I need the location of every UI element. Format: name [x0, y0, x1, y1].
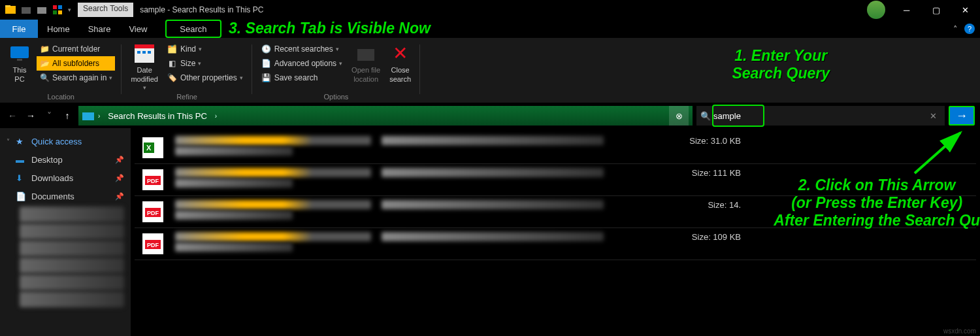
- svg-rect-8: [10, 46, 29, 58]
- folder-icon: [82, 110, 94, 121]
- result-item[interactable]: PDF Size: 111 KB: [135, 164, 976, 196]
- results-pane: X Size: 31.0 KB PDF Size: 111 KB PDF Siz…: [131, 128, 980, 336]
- label: Kind: [180, 44, 196, 54]
- close-window-button[interactable]: ✕: [951, 0, 980, 20]
- ribbon-group-refine: Date modified▾ 🗂️Kind ◧Size 🏷️Other prop…: [122, 42, 252, 103]
- forward-button[interactable]: →: [24, 110, 38, 121]
- save-search-button[interactable]: 💾Save search: [259, 71, 345, 85]
- sidebar-item-blurred[interactable]: [20, 258, 124, 273]
- svg-rect-9: [17, 59, 22, 61]
- close-search-button[interactable]: ✕ Close search: [387, 42, 414, 86]
- file-size: Size: 111 KB: [692, 168, 970, 178]
- result-item[interactable]: PDF Size: 109 KB: [135, 228, 976, 260]
- sidebar-item-blurred[interactable]: [20, 292, 124, 307]
- svg-rect-3: [37, 7, 46, 14]
- maximize-button[interactable]: ▢: [921, 0, 951, 20]
- chevron-right-icon[interactable]: ›: [98, 112, 100, 120]
- sidebar-downloads[interactable]: ⬇Downloads📌: [0, 169, 131, 187]
- document-icon: 📄: [16, 192, 27, 201]
- search-go-button[interactable]: →: [949, 106, 975, 126]
- help-icon[interactable]: ?: [964, 24, 975, 34]
- search-input[interactable]: [713, 111, 792, 121]
- label: Advanced options: [274, 59, 336, 68]
- navigation-pane: ˅★Quick access ▬Desktop📌 ⬇Downloads📌 📄Do…: [0, 128, 131, 336]
- file-menu[interactable]: File: [0, 20, 38, 38]
- user-avatar[interactable]: [867, 1, 885, 19]
- label: Quick access: [31, 137, 82, 146]
- close-x-icon: ✕: [390, 43, 411, 64]
- sidebar-item-blurred[interactable]: [20, 241, 124, 256]
- label: Downloads: [31, 173, 73, 183]
- share-tab[interactable]: Share: [79, 20, 120, 38]
- label: Documents: [31, 192, 74, 201]
- label: Close search: [389, 65, 411, 84]
- group-label: Refine: [176, 93, 197, 103]
- window-title: sample - Search Results in This PC: [133, 5, 263, 14]
- explorer-icon: [5, 5, 16, 15]
- tag-icon: 🏷️: [167, 73, 178, 83]
- search-icon: 🔍: [700, 111, 711, 121]
- back-button[interactable]: ←: [5, 110, 20, 121]
- folder-icon[interactable]: [21, 5, 31, 15]
- open-file-location-button[interactable]: Open file location: [349, 42, 383, 86]
- kind-button[interactable]: 🗂️Kind: [165, 42, 246, 56]
- sidebar-desktop[interactable]: ▬Desktop📌: [0, 150, 131, 169]
- chevron-right-icon[interactable]: ›: [215, 112, 217, 120]
- size-button[interactable]: ◧Size: [165, 56, 246, 71]
- label: Save search: [274, 73, 318, 82]
- folder-icon: 📁: [39, 44, 50, 54]
- recent-searches-button[interactable]: 🕒Recent searches: [259, 42, 345, 56]
- svg-rect-1: [5, 5, 10, 7]
- menu-bar: File Home Share View Search ˄ ?: [0, 20, 980, 38]
- other-properties-button[interactable]: 🏷️Other properties: [165, 71, 246, 85]
- current-folder-button[interactable]: 📁Current folder: [37, 42, 115, 56]
- result-item[interactable]: X Size: 31.0 KB: [135, 132, 976, 164]
- pin-icon: 📌: [115, 156, 124, 164]
- file-size: Size: 14.: [708, 200, 970, 210]
- file-size: Size: 31.0 KB: [689, 136, 970, 146]
- recent-locations-button[interactable]: ˅: [42, 110, 56, 121]
- group-label: Options: [323, 93, 348, 103]
- kind-icon: 🗂️: [167, 44, 178, 54]
- this-pc-button[interactable]: This PC: [7, 42, 33, 86]
- view-tab[interactable]: View: [120, 20, 156, 38]
- svg-text:X: X: [146, 144, 152, 152]
- label: Size: [180, 59, 195, 68]
- address-bar[interactable]: › Search Results in This PC › ⊗: [78, 106, 693, 126]
- properties-icon[interactable]: [52, 5, 63, 15]
- search-again-in-button[interactable]: 🔍Search again in: [37, 71, 115, 85]
- sidebar-quick-access[interactable]: ˅★Quick access: [0, 132, 131, 150]
- pdf-file-icon: PDF: [141, 232, 165, 256]
- date-modified-button[interactable]: Date modified▾: [128, 42, 161, 93]
- options-icon: 📄: [261, 58, 272, 69]
- pdf-file-icon: PDF: [141, 168, 165, 192]
- sidebar-item-blurred[interactable]: [20, 224, 124, 239]
- qat-dropdown-icon[interactable]: ▾: [68, 7, 71, 13]
- search-box[interactable]: 🔍 ✕: [696, 106, 945, 126]
- clear-address-icon[interactable]: ⊗: [669, 106, 689, 126]
- sidebar-documents[interactable]: 📄Documents📌: [0, 187, 131, 205]
- collapse-ribbon-icon[interactable]: ˄: [953, 24, 958, 34]
- up-button[interactable]: ↑: [60, 110, 74, 121]
- watermark: wsxdn.com: [943, 328, 976, 335]
- excel-file-icon: X: [141, 136, 165, 160]
- svg-rect-12: [137, 51, 140, 54]
- svg-rect-15: [357, 49, 374, 61]
- advanced-options-button[interactable]: 📄Advanced options: [259, 56, 345, 71]
- chevron-down-icon[interactable]: ˅: [7, 138, 16, 145]
- label: Search again in: [52, 73, 106, 82]
- minimize-button[interactable]: ─: [892, 0, 921, 20]
- result-item[interactable]: PDF Size: 14.: [135, 196, 976, 228]
- search-tab[interactable]: Search: [165, 20, 221, 38]
- svg-text:PDF: PDF: [147, 210, 159, 216]
- search-tools-context-tab[interactable]: Search Tools: [78, 3, 133, 17]
- sidebar-item-blurred[interactable]: [20, 207, 124, 222]
- breadcrumb[interactable]: Search Results in This PC: [104, 111, 211, 121]
- pin-icon[interactable]: [37, 5, 47, 15]
- svg-rect-2: [22, 7, 31, 14]
- sidebar-item-blurred[interactable]: [20, 275, 124, 290]
- label: Current folder: [52, 44, 100, 54]
- all-subfolders-button[interactable]: 📂All subfolders: [37, 56, 115, 71]
- clear-search-icon[interactable]: ✕: [926, 111, 941, 121]
- home-tab[interactable]: Home: [38, 20, 79, 38]
